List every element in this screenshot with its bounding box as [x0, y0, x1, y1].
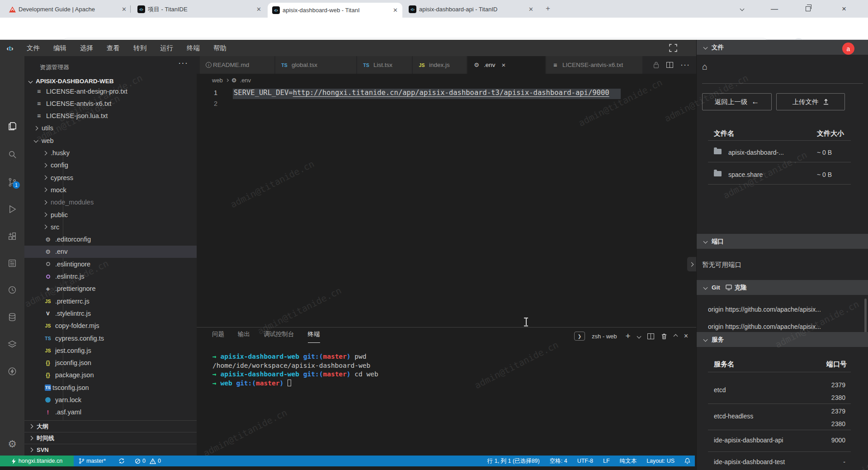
run-debug-icon[interactable]	[0, 200, 24, 218]
tree-item-LICENSE-json.lua.txt[interactable]: ≡LICENSE-json.lua.txt	[24, 110, 197, 122]
tree-item-cypress[interactable]: cypress	[24, 171, 197, 184]
tree-item-tsconfig.json[interactable]: TStsconfig.json	[24, 381, 197, 394]
panel-tab-输出[interactable]: 输出	[238, 330, 250, 343]
breadcrumb[interactable]: web ⚙.env	[212, 74, 251, 86]
tree-item-web[interactable]: web	[24, 134, 197, 147]
menu-item[interactable]: 文件	[20, 44, 47, 52]
close-tab-icon[interactable]: ×	[502, 61, 506, 69]
minimize-icon[interactable]: —	[771, 0, 778, 18]
tree-item-.prettierrc.js[interactable]: JS.prettierrc.js	[24, 295, 197, 307]
history-clock-icon[interactable]	[0, 281, 24, 299]
close-tab-icon[interactable]: ✕	[528, 6, 534, 13]
tree-item-config[interactable]: config	[24, 159, 197, 171]
tree-item-copy-folder.mjs[interactable]: JScopy-folder.mjs	[24, 320, 197, 332]
section-header-services[interactable]: 服务	[697, 332, 868, 347]
sync-icon[interactable]	[118, 456, 125, 466]
section-header-ports[interactable]: 端口	[697, 234, 868, 249]
panel-tab-问题[interactable]: 问题	[212, 330, 224, 343]
tree-item-.asf.yaml[interactable]: !.asf.yaml	[24, 406, 197, 418]
search-icon[interactable]	[0, 145, 24, 163]
tab-search-icon[interactable]	[741, 0, 744, 18]
terminal-shell-label[interactable]: zsh - web	[592, 333, 617, 340]
menu-item[interactable]: 编辑	[47, 44, 73, 52]
tree-item-mock[interactable]: mock	[24, 184, 197, 196]
browser-tab[interactable]: ‹t›apisix-dashboard-web - TitanI✕	[268, 3, 402, 18]
sidebar-section-时间线[interactable]: 时间线	[24, 432, 197, 444]
right-panel-expander[interactable]	[687, 257, 696, 271]
menu-item[interactable]: 运行	[153, 44, 180, 52]
menu-item[interactable]: 选择	[73, 44, 100, 52]
sidebar-section-SVN[interactable]: SVN	[24, 444, 197, 456]
go-up-button[interactable]: 返回上一级←	[702, 93, 772, 110]
tree-item-.editorconfig[interactable]: ⚙.editorconfig	[24, 233, 197, 246]
section-header-git[interactable]: Git 克隆	[697, 280, 868, 295]
tree-item-jsconfig.json[interactable]: {}jsconfig.json	[24, 357, 197, 369]
database-icon[interactable]	[0, 308, 24, 326]
menu-item[interactable]: 转到	[127, 44, 153, 52]
kill-terminal-icon[interactable]	[661, 333, 667, 340]
editor-tab-README.md[interactable]: iREADME.md	[200, 56, 274, 74]
menu-item[interactable]: 查看	[100, 44, 127, 52]
status-item[interactable]: 纯文本	[620, 457, 637, 465]
code-area[interactable]: 1 2 SERVE_URL_DEV=http://hongxi.titanide…	[197, 88, 696, 327]
sidebar-section-大纲[interactable]: 大纲	[24, 420, 197, 432]
extensions-icon[interactable]	[0, 228, 24, 246]
panel-tab-调试控制台[interactable]: 调试控制台	[264, 330, 294, 343]
tree-item-package.json[interactable]: {}package.json	[24, 369, 197, 381]
remote-indicator[interactable]: hongxi.titanide.cn	[0, 456, 74, 466]
menu-item[interactable]: 帮助	[207, 44, 233, 52]
status-item[interactable]: 行 1, 列 1 (已选择89)	[487, 457, 540, 465]
tree-item-.eslintignore[interactable]: .eslintignore	[24, 258, 197, 270]
layers-icon[interactable]	[0, 335, 24, 353]
bell-icon[interactable]	[684, 458, 690, 464]
new-tab-button[interactable]: +	[542, 4, 553, 14]
terminal-dropdown-icon[interactable]	[637, 334, 641, 338]
editor-tab-index.js[interactable]: JSindex.js	[413, 56, 467, 74]
status-item[interactable]: UTF-8	[577, 458, 593, 464]
tree-item-jest.config.js[interactable]: JSjest.config.js	[24, 344, 197, 356]
terminal-output[interactable]: → apisix-dashboard-web git:(master) pwd/…	[212, 352, 378, 388]
split-terminal-icon[interactable]	[647, 333, 654, 339]
code-link[interactable]: http://hongxi.titanide.cn/app/apisix-das…	[293, 89, 609, 97]
close-tab-icon[interactable]: ✕	[121, 6, 127, 13]
tree-item-LICENSE-antvis-x6.txt[interactable]: ≡LICENSE-antvis-x6.txt	[24, 97, 197, 109]
lock-group-icon[interactable]	[653, 62, 659, 68]
tree-item-.eslintrc.js[interactable]: .eslintrc.js	[24, 271, 197, 283]
browser-tab[interactable]: Development Guide | Apache✕	[5, 3, 131, 15]
tree-item-yarn.lock[interactable]: yarn.lock	[24, 394, 197, 406]
git-branch-indicator[interactable]: master*	[79, 456, 106, 466]
status-item[interactable]: LF	[603, 458, 610, 464]
upload-file-button[interactable]: 上传文件	[776, 93, 845, 110]
explorer-more-icon[interactable]: ···	[178, 58, 188, 68]
close-tab-icon[interactable]: ✕	[392, 7, 399, 14]
settings-gear-icon[interactable]: ⚙	[0, 435, 24, 453]
maximize-panel-icon[interactable]	[673, 334, 678, 338]
close-panel-icon[interactable]: ×	[684, 332, 688, 340]
tree-item-utils[interactable]: utils	[24, 122, 197, 134]
tree-item-.husky[interactable]: .husky	[24, 147, 197, 159]
tree-item-cypress.config.ts[interactable]: TScypress.config.ts	[24, 332, 197, 344]
maximize-icon[interactable]	[806, 0, 811, 18]
editor-tab-global.tsx[interactable]: TSglobal.tsx	[275, 56, 356, 74]
panel-tab-终端[interactable]: 终端	[308, 330, 320, 343]
home-icon[interactable]: ⌂	[702, 62, 708, 72]
close-window-icon[interactable]: ×	[842, 0, 846, 18]
right-panel-scrollbar[interactable]	[864, 299, 867, 337]
close-tab-icon[interactable]: ✕	[255, 6, 262, 13]
tree-item-.stylelintrc.js[interactable]: V.stylelintrc.js	[24, 307, 197, 319]
tree-item-public[interactable]: public	[24, 209, 197, 221]
split-editor-icon[interactable]	[666, 62, 673, 68]
editor-tab-List.tsx[interactable]: TSList.tsx	[357, 56, 412, 74]
git-remote[interactable]: origin https://github.com/apache/apisix.…	[708, 306, 851, 314]
new-terminal-icon[interactable]: +	[626, 331, 631, 341]
browser-tab[interactable]: ‹t›apisix-dashboard-api - TitanID✕	[404, 3, 538, 15]
news-card-icon[interactable]	[0, 254, 24, 272]
editor-tab-LICENSE-antvis-x6.txt[interactable]: ≡LICENSE-antvis-x6.txt	[546, 56, 642, 74]
tree-item-.prettierignore[interactable]: ◆.prettierignore	[24, 283, 197, 295]
menu-item[interactable]: 终端	[180, 44, 207, 52]
browser-tab[interactable]: ‹t›项目 - TitanIDE✕	[133, 3, 266, 15]
editor-more-actions-icon[interactable]: ···	[680, 60, 690, 70]
git-remote[interactable]: origin https://github.com/apache/apisix.…	[708, 323, 851, 330]
problems-indicator[interactable]: 0 0	[135, 456, 161, 466]
tree-item-src[interactable]: src	[24, 221, 197, 233]
